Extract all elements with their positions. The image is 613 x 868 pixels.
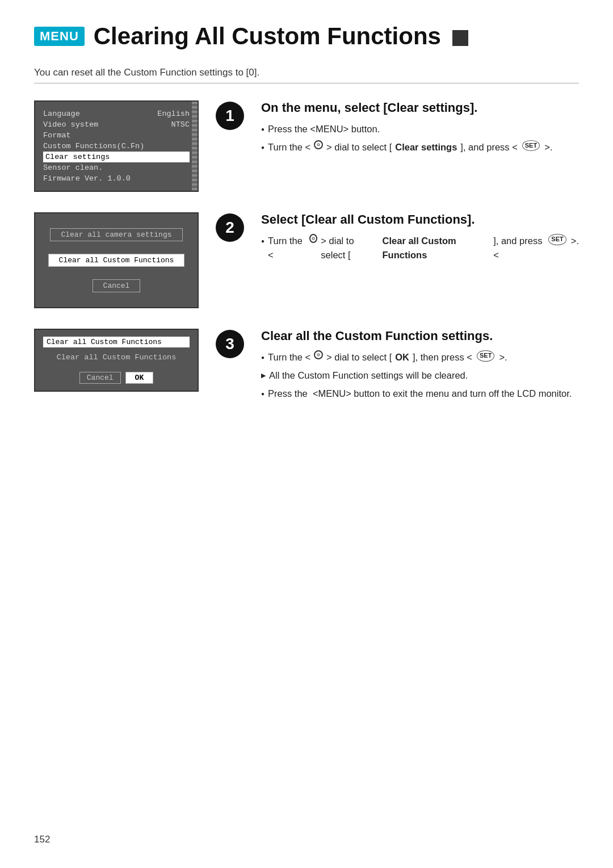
screen-label-sensor: Sensor clean.	[43, 163, 190, 172]
step2-heading: Select [Clear all Custom Functions].	[261, 212, 579, 227]
screen-label-language: Language	[43, 110, 146, 118]
step3-screen-topbar: Clear all Custom Functions	[43, 337, 190, 347]
step3-btn-ok: OK	[125, 372, 154, 384]
step1-bullet2: Turn the <> dial to select [Clear settin…	[261, 140, 579, 154]
screen-sidebar	[192, 102, 198, 191]
screen-label-custom: Custom Functions(C.Fn)	[43, 142, 190, 150]
page-title-row: MENU Clearing All Custom Functions	[34, 23, 579, 50]
step3-bullet1: Turn the <> dial to select [OK], then pr…	[261, 350, 579, 364]
screen-label-video: Video system	[43, 120, 160, 129]
step3-screen: Clear all Custom Functions Clear all Cus…	[34, 329, 199, 392]
step2-bullet1: Turn the <> dial to select [Clear all Cu…	[261, 234, 579, 262]
step1-bullet1: Press the <MENU> button.	[261, 122, 579, 136]
screen-row-format: Format	[43, 130, 190, 141]
screen-value-language: English	[157, 110, 190, 118]
screen-row-sensor: Sensor clean.	[43, 162, 190, 173]
page-title-text: Clearing All Custom Functions	[94, 23, 441, 49]
screen-row-video: Video system NTSC	[43, 119, 190, 130]
screen-label-format: Format	[43, 131, 190, 140]
step-2-row: Clear all camera settings Clear all Cust…	[34, 212, 579, 308]
step3-btn-cancel: Cancel	[79, 372, 121, 384]
step-3-row: Clear all Custom Functions Clear all Cus…	[34, 329, 579, 404]
step-1-row: Language English Video system NTSC Forma…	[34, 100, 579, 192]
step2-bullets: Turn the <> dial to select [Clear all Cu…	[261, 234, 579, 262]
screen-label-firmware: Firmware Ver. 1.0.0	[43, 174, 190, 183]
page-title: Clearing All Custom Functions	[94, 23, 468, 50]
step2-btn1-row: Clear all camera settings	[43, 228, 190, 241]
menu-badge: MENU	[34, 27, 85, 46]
screen-label-clear: Clear settings	[45, 153, 187, 161]
step3-bullets: Turn the <> dial to select [OK], then pr…	[261, 350, 579, 400]
screen-row-language: Language English	[43, 108, 190, 119]
step3-heading: Clear all the Custom Function settings.	[261, 329, 579, 343]
screen-row-firmware: Firmware Ver. 1.0.0	[43, 173, 190, 184]
step1-bullets: Press the <MENU> button. Turn the <> dia…	[261, 122, 579, 154]
step2-number: 2	[216, 213, 244, 242]
step2-btn-custom: Clear all Custom Functions	[48, 254, 185, 267]
step3-number: 3	[216, 330, 244, 358]
title-block-icon	[452, 30, 468, 46]
intro-text: You can reset all the Custom Function se…	[34, 67, 579, 78]
screen-value-video: NTSC	[171, 120, 190, 129]
step2-btn2-row: Clear all Custom Functions	[43, 254, 190, 267]
step2-btn-cancel: Cancel	[93, 279, 141, 292]
step2-btn-camera: Clear all camera settings	[50, 228, 182, 241]
step3-content: Clear all the Custom Function settings. …	[261, 329, 579, 404]
step2-screen: Clear all camera settings Clear all Cust…	[34, 212, 199, 308]
content-area: Language English Video system NTSC Forma…	[34, 100, 579, 425]
step1-content: On the menu, select [Clear settings]. Pr…	[261, 100, 579, 158]
step3-screen-btns: Cancel OK	[43, 372, 190, 384]
screen-row-clear: Clear settings	[43, 152, 190, 162]
step1-number: 1	[216, 102, 244, 130]
step2-btn3-row: Cancel	[43, 279, 190, 292]
page-number: 152	[34, 834, 50, 845]
step1-screen: Language English Video system NTSC Forma…	[34, 100, 199, 192]
step3-screen-center: Clear all Custom Functions	[43, 353, 190, 362]
step1-heading: On the menu, select [Clear settings].	[261, 100, 579, 115]
intro-divider	[34, 83, 579, 83]
screen-row-custom: Custom Functions(C.Fn)	[43, 141, 190, 152]
step3-bullet3: Press the <MENU> button to exit the menu…	[261, 387, 579, 401]
step3-bullet2: All the Custom Function settings will be…	[261, 368, 579, 383]
step2-content: Select [Clear all Custom Functions]. Tur…	[261, 212, 579, 266]
